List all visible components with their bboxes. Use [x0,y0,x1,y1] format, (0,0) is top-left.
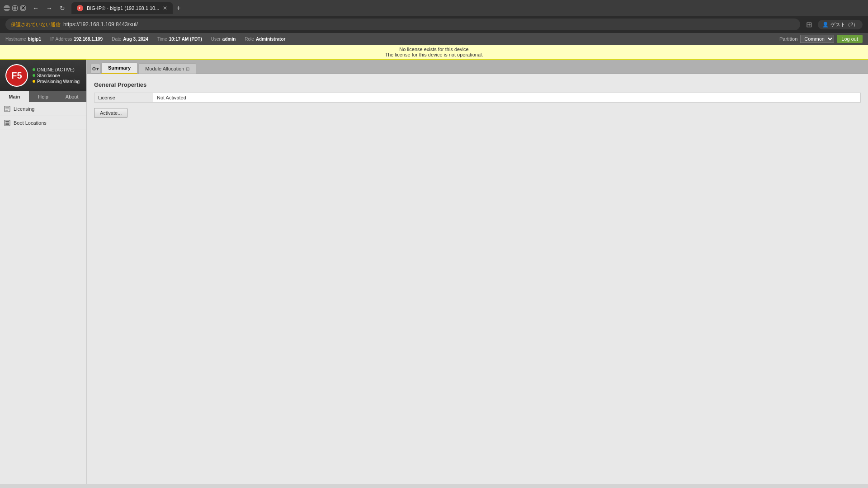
activate-button[interactable]: Activate... [94,108,127,118]
browser-chrome: — □ ✕ ← → ↻ F BIG-IP® - bigip1 (192.168.… [0,0,868,16]
app-header: Hostname bigip1 IP Address 192.168.1.109… [0,33,868,45]
sidebar-item-licensing[interactable]: Licensing [0,102,86,116]
tab-main[interactable]: Main [0,91,29,102]
window-controls: — □ ✕ [4,5,26,11]
user-value: admin [222,37,236,42]
sidebar-menu: Licensing Boot Locations [0,102,86,484]
module-allocation-ext-icon: ⊡ [186,66,189,71]
date-value: Aug 3, 2024 [123,37,148,42]
status-warning-line: Provisioning Warning [33,79,80,84]
warning-banner: No license exists for this device The li… [0,45,868,60]
tab-summary[interactable]: Summary [101,62,137,74]
logout-button[interactable]: Log out [837,35,863,43]
tab-favicon: F [77,5,83,11]
hostname-value: bigip1 [28,37,41,42]
status-warning-dot [33,80,35,83]
back-button[interactable]: ← [30,3,42,14]
new-tab-button[interactable]: + [173,2,184,14]
forward-button[interactable]: → [43,3,55,14]
summary-tab-label: Summary [108,65,131,70]
translate-button[interactable]: ⊞ [804,19,814,30]
address-bar-actions: ⊞ 👤 ゲスト（2） [804,19,863,30]
status-warning-label: Provisioning Warning [37,79,80,84]
role-value: Administrator [256,37,286,42]
hostname-label: Hostname [5,37,26,42]
status-standalone-label: Standalone [37,73,60,78]
role-label: Role [245,37,254,42]
address-text: https://192.168.1.109:8443/xui/ [63,21,795,28]
general-properties-title: General Properties [94,81,861,88]
address-input-wrap[interactable]: 保護されていない通信 https://192.168.1.109:8443/xu… [5,19,800,30]
time-label: Time [157,37,167,42]
warning-line2: The license for this device is not opera… [4,52,864,57]
tab-bar: F BIG-IP® - bigip1 (192.168.1.10... ✕ + [71,2,864,14]
app-body: F5 ONLINE (ACTIVE) Standalone Provisioni… [0,60,868,484]
date-group: Date Aug 3, 2024 [112,37,148,42]
hostname-group: Hostname bigip1 [5,37,41,42]
browser-tab-active[interactable]: F BIG-IP® - bigip1 (192.168.1.10... ✕ [71,2,173,14]
content-tabs-bar: ⚙▾ Summary Module Allocation ⊡ [87,60,868,74]
nav-controls: ← → ↻ [30,3,68,14]
license-value-cell: Not Activated [153,93,861,103]
address-bar: 保護されていない通信 https://192.168.1.109:8443/xu… [0,16,868,33]
licensing-icon [4,105,11,113]
tab-about[interactable]: About [57,91,86,102]
tab-close-icon[interactable]: ✕ [163,5,167,11]
close-window-button[interactable]: ✕ [20,5,26,11]
boot-locations-label: Boot Locations [14,120,47,126]
status-info: ONLINE (ACTIVE) Standalone Provisioning … [33,67,80,84]
content-area: ⚙▾ Summary Module Allocation ⊡ General P… [87,60,868,484]
svg-rect-5 [5,121,9,122]
guest-button[interactable]: 👤 ゲスト（2） [818,20,863,29]
secure-indicator: 保護されていない通信 [11,21,61,28]
warning-line1: No license exists for this device [4,47,864,52]
status-active-line: ONLINE (ACTIVE) [33,67,80,72]
tab-title: BIG-IP® - bigip1 (192.168.1.10... [87,5,159,11]
licensing-label: Licensing [14,106,34,112]
maximize-button[interactable]: □ [12,5,18,11]
ip-group: IP Address 192.168.1.109 [50,37,103,42]
role-group: Role Administrator [245,37,285,42]
status-active-label: ONLINE (ACTIVE) [37,67,75,72]
partition-select[interactable]: Common [800,35,834,43]
svg-rect-4 [5,120,10,126]
status-standalone-dot [33,74,35,77]
header-info: Hostname bigip1 IP Address 192.168.1.109… [5,37,779,42]
license-label-cell: License [94,93,153,103]
ip-label: IP Address [50,37,72,42]
nav-tabs: Main Help About [0,91,86,102]
status-active-dot [33,68,35,71]
tab-module-allocation[interactable]: Module Allocation ⊡ [138,63,196,74]
partition-label: Partition [779,36,797,42]
time-group: Time 10:17 AM (PDT) [157,37,202,42]
table-row: License Not Activated [94,93,861,103]
user-group: User admin [211,37,236,42]
guest-label: ゲスト（2） [830,21,858,28]
f5-logo: F5 [5,64,28,87]
svg-rect-6 [5,123,9,125]
status-standalone-line: Standalone [33,73,80,78]
minimize-button[interactable]: — [4,5,10,11]
sidebar: F5 ONLINE (ACTIVE) Standalone Provisioni… [0,60,87,484]
guest-icon: 👤 [822,22,829,28]
date-label: Date [112,37,121,42]
tab-help[interactable]: Help [29,91,58,102]
time-value: 10:17 AM (PDT) [169,37,202,42]
reload-button[interactable]: ↻ [57,3,68,14]
settings-icon-button[interactable]: ⚙▾ [90,64,100,74]
user-label: User [211,37,221,42]
boot-locations-icon [4,119,11,127]
brand-area: F5 ONLINE (ACTIVE) Standalone Provisioni… [0,60,86,91]
sidebar-item-boot-locations[interactable]: Boot Locations [0,116,86,130]
content-body: General Properties License Not Activated… [87,74,868,484]
partition-group: Partition Common Log out [779,35,863,43]
ip-value: 192.168.1.109 [74,37,103,42]
properties-table: License Not Activated [94,93,861,103]
module-allocation-tab-label: Module Allocation [145,66,184,71]
